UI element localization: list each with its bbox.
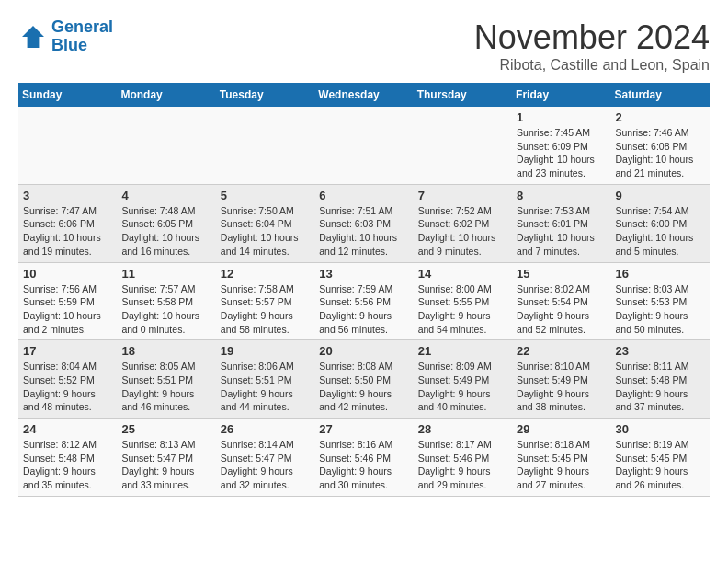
calendar-cell: 14Sunrise: 8:00 AM Sunset: 5:55 PM Dayli… — [414, 262, 512, 340]
day-number: 14 — [418, 267, 507, 281]
day-number: 29 — [517, 422, 606, 436]
calendar-cell: 26Sunrise: 8:14 AM Sunset: 5:47 PM Dayli… — [216, 419, 314, 497]
day-info: Sunrise: 8:03 AM Sunset: 5:53 PM Dayligh… — [616, 282, 705, 337]
day-number: 28 — [418, 422, 507, 436]
day-number: 16 — [616, 267, 705, 281]
day-number: 23 — [616, 344, 705, 358]
calendar-cell: 20Sunrise: 8:08 AM Sunset: 5:50 PM Dayli… — [314, 340, 413, 419]
calendar-cell: 12Sunrise: 7:58 AM Sunset: 5:57 PM Dayli… — [216, 262, 314, 340]
page-header: General Blue November 2024 Ribota, Casti… — [18, 18, 710, 74]
calendar-cell: 1Sunrise: 7:45 AM Sunset: 6:09 PM Daylig… — [512, 107, 610, 184]
day-info: Sunrise: 8:04 AM Sunset: 5:52 PM Dayligh… — [23, 360, 112, 414]
calendar-week-row: 3Sunrise: 7:47 AM Sunset: 6:06 PM Daylig… — [18, 184, 710, 262]
day-info: Sunrise: 8:13 AM Sunset: 5:47 PM Dayligh… — [121, 438, 210, 492]
day-info: Sunrise: 8:02 AM Sunset: 5:54 PM Dayligh… — [517, 282, 606, 337]
weekday-header-wednesday: Wednesday — [314, 83, 413, 107]
weekday-header-sunday: Sunday — [18, 83, 117, 107]
day-number: 12 — [221, 267, 310, 281]
month-year-title: November 2024 — [474, 18, 710, 57]
day-number: 27 — [319, 422, 408, 436]
day-info: Sunrise: 7:46 AM Sunset: 6:08 PM Dayligh… — [616, 126, 705, 180]
day-number: 13 — [319, 267, 408, 281]
day-info: Sunrise: 8:10 AM Sunset: 5:49 PM Dayligh… — [517, 360, 606, 414]
calendar-cell — [216, 107, 314, 184]
calendar-cell: 9Sunrise: 7:54 AM Sunset: 6:00 PM Daylig… — [611, 184, 710, 262]
calendar-body: 1Sunrise: 7:45 AM Sunset: 6:09 PM Daylig… — [18, 107, 710, 496]
day-info: Sunrise: 7:56 AM Sunset: 5:59 PM Dayligh… — [23, 282, 112, 337]
day-number: 25 — [121, 422, 210, 436]
day-number: 1 — [517, 110, 606, 124]
calendar-cell — [117, 107, 215, 184]
day-number: 7 — [418, 189, 507, 202]
day-number: 6 — [319, 189, 408, 202]
calendar-header-row: SundayMondayTuesdayWednesdayThursdayFrid… — [18, 83, 710, 107]
day-info: Sunrise: 7:52 AM Sunset: 6:02 PM Dayligh… — [418, 204, 507, 259]
logo-icon — [18, 22, 48, 52]
calendar-cell: 7Sunrise: 7:52 AM Sunset: 6:02 PM Daylig… — [414, 184, 512, 262]
day-info: Sunrise: 8:18 AM Sunset: 5:45 PM Dayligh… — [517, 438, 606, 492]
calendar-cell: 8Sunrise: 7:53 AM Sunset: 6:01 PM Daylig… — [512, 184, 610, 262]
day-number: 10 — [23, 267, 112, 281]
day-number: 9 — [616, 189, 705, 202]
day-info: Sunrise: 8:12 AM Sunset: 5:48 PM Dayligh… — [23, 438, 112, 492]
day-info: Sunrise: 7:45 AM Sunset: 6:09 PM Dayligh… — [517, 126, 606, 180]
weekday-header-friday: Friday — [512, 83, 610, 107]
calendar-cell: 25Sunrise: 8:13 AM Sunset: 5:47 PM Dayli… — [117, 419, 215, 497]
day-number: 11 — [121, 267, 210, 281]
day-number: 30 — [616, 422, 705, 436]
calendar-cell: 23Sunrise: 8:11 AM Sunset: 5:48 PM Dayli… — [611, 340, 710, 419]
day-number: 20 — [319, 344, 408, 358]
calendar-week-row: 10Sunrise: 7:56 AM Sunset: 5:59 PM Dayli… — [18, 262, 710, 340]
day-number: 26 — [221, 422, 310, 436]
logo-text: General Blue — [51, 18, 113, 55]
calendar-cell: 13Sunrise: 7:59 AM Sunset: 5:56 PM Dayli… — [314, 262, 413, 340]
logo: General Blue — [18, 18, 113, 55]
calendar-cell — [18, 107, 117, 184]
day-info: Sunrise: 7:57 AM Sunset: 5:58 PM Dayligh… — [121, 282, 210, 337]
calendar-cell: 21Sunrise: 8:09 AM Sunset: 5:49 PM Dayli… — [414, 340, 512, 419]
day-info: Sunrise: 8:05 AM Sunset: 5:51 PM Dayligh… — [121, 360, 210, 414]
day-info: Sunrise: 7:47 AM Sunset: 6:06 PM Dayligh… — [23, 204, 112, 259]
day-number: 5 — [221, 189, 310, 202]
calendar-cell: 3Sunrise: 7:47 AM Sunset: 6:06 PM Daylig… — [18, 184, 117, 262]
day-number: 8 — [517, 189, 606, 202]
calendar-cell: 15Sunrise: 8:02 AM Sunset: 5:54 PM Dayli… — [512, 262, 610, 340]
calendar-cell — [314, 107, 413, 184]
day-info: Sunrise: 7:54 AM Sunset: 6:00 PM Dayligh… — [616, 204, 705, 259]
title-area: November 2024 Ribota, Castille and Leon,… — [474, 18, 710, 74]
weekday-header-tuesday: Tuesday — [216, 83, 314, 107]
day-number: 2 — [616, 110, 705, 124]
calendar-week-row: 1Sunrise: 7:45 AM Sunset: 6:09 PM Daylig… — [18, 107, 710, 184]
calendar-cell: 17Sunrise: 8:04 AM Sunset: 5:52 PM Dayli… — [18, 340, 117, 419]
calendar-cell: 10Sunrise: 7:56 AM Sunset: 5:59 PM Dayli… — [18, 262, 117, 340]
day-info: Sunrise: 7:51 AM Sunset: 6:03 PM Dayligh… — [319, 204, 408, 259]
day-info: Sunrise: 7:50 AM Sunset: 6:04 PM Dayligh… — [221, 204, 310, 259]
calendar-cell: 29Sunrise: 8:18 AM Sunset: 5:45 PM Dayli… — [512, 419, 610, 497]
day-number: 4 — [121, 189, 210, 202]
day-info: Sunrise: 8:17 AM Sunset: 5:46 PM Dayligh… — [418, 438, 507, 492]
calendar-cell: 11Sunrise: 7:57 AM Sunset: 5:58 PM Dayli… — [117, 262, 215, 340]
day-info: Sunrise: 7:59 AM Sunset: 5:56 PM Dayligh… — [319, 282, 408, 337]
weekday-header-monday: Monday — [117, 83, 215, 107]
calendar-cell: 16Sunrise: 8:03 AM Sunset: 5:53 PM Dayli… — [611, 262, 710, 340]
calendar-cell: 5Sunrise: 7:50 AM Sunset: 6:04 PM Daylig… — [216, 184, 314, 262]
calendar-table: SundayMondayTuesdayWednesdayThursdayFrid… — [18, 83, 710, 497]
location-subtitle: Ribota, Castille and Leon, Spain — [474, 57, 710, 74]
day-number: 19 — [221, 344, 310, 358]
day-info: Sunrise: 8:19 AM Sunset: 5:45 PM Dayligh… — [616, 438, 705, 492]
day-info: Sunrise: 8:11 AM Sunset: 5:48 PM Dayligh… — [616, 360, 705, 414]
calendar-week-row: 24Sunrise: 8:12 AM Sunset: 5:48 PM Dayli… — [18, 419, 710, 497]
calendar-week-row: 17Sunrise: 8:04 AM Sunset: 5:52 PM Dayli… — [18, 340, 710, 419]
day-info: Sunrise: 8:08 AM Sunset: 5:50 PM Dayligh… — [319, 360, 408, 414]
calendar-cell: 27Sunrise: 8:16 AM Sunset: 5:46 PM Dayli… — [314, 419, 413, 497]
day-info: Sunrise: 8:00 AM Sunset: 5:55 PM Dayligh… — [418, 282, 507, 337]
weekday-header-saturday: Saturday — [611, 83, 710, 107]
calendar-cell: 24Sunrise: 8:12 AM Sunset: 5:48 PM Dayli… — [18, 419, 117, 497]
day-info: Sunrise: 7:48 AM Sunset: 6:05 PM Dayligh… — [121, 204, 210, 259]
day-number: 3 — [23, 189, 112, 202]
day-number: 17 — [23, 344, 112, 358]
calendar-cell: 19Sunrise: 8:06 AM Sunset: 5:51 PM Dayli… — [216, 340, 314, 419]
day-info: Sunrise: 8:06 AM Sunset: 5:51 PM Dayligh… — [221, 360, 310, 414]
calendar-cell: 22Sunrise: 8:10 AM Sunset: 5:49 PM Dayli… — [512, 340, 610, 419]
calendar-cell: 6Sunrise: 7:51 AM Sunset: 6:03 PM Daylig… — [314, 184, 413, 262]
